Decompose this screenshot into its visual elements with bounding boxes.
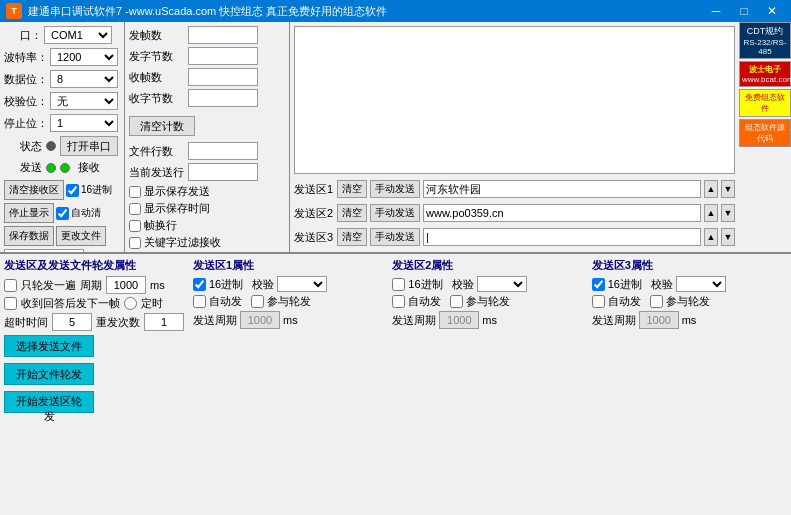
- free-ad[interactable]: 免费组态软件: [739, 89, 791, 117]
- send-row-2: 发送区2 清空 手动发送 ▲ ▼: [294, 202, 735, 224]
- maximize-button[interactable]: □: [731, 2, 757, 20]
- frame-recv-label: 收帧数: [129, 70, 184, 85]
- center-panel: 发送区1 清空 手动发送 ▲ ▼ 发送区2 清空 手动发送 ▲ ▼: [290, 22, 739, 252]
- send3-period-unit: ms: [682, 314, 697, 326]
- period-input[interactable]: [106, 276, 146, 294]
- frame-send-value[interactable]: [188, 26, 258, 44]
- send3-props-title: 发送区3属性: [592, 258, 787, 273]
- send3-clear-button[interactable]: 清空: [337, 228, 367, 246]
- send2-join-label: 参与轮发: [466, 294, 510, 309]
- timeout-input[interactable]: [52, 313, 92, 331]
- send2-auto-cb[interactable]: [392, 295, 405, 308]
- file-row-value[interactable]: [188, 142, 258, 160]
- send3-period-input[interactable]: [639, 311, 679, 329]
- send2-clear-button[interactable]: 清空: [337, 204, 367, 222]
- send2-verify-label: 校验: [452, 277, 474, 292]
- send3-join-label: 参与轮发: [666, 294, 710, 309]
- send1-clear-button[interactable]: 清空: [337, 180, 367, 198]
- send2-verify-select[interactable]: [477, 276, 527, 292]
- reply-label: 收到回答后发下一帧: [21, 296, 120, 311]
- cur-send-label: 当前发送行: [129, 165, 184, 180]
- send3-join-cb[interactable]: [650, 295, 663, 308]
- send2-label: 发送区2: [294, 206, 334, 221]
- send3-verify-select[interactable]: [676, 276, 726, 292]
- send1-auto-cb[interactable]: [193, 295, 206, 308]
- send1-scroll-down[interactable]: ▼: [721, 180, 735, 198]
- minimize-button[interactable]: ─: [703, 2, 729, 20]
- clear-recv-button[interactable]: 清空接收区: [4, 180, 64, 200]
- send3-scroll-up[interactable]: ▲: [704, 228, 718, 246]
- byte-recv-value[interactable]: [188, 89, 258, 107]
- send2-input[interactable]: [423, 204, 701, 222]
- cdt-ad[interactable]: CDT规约 RS-232/RS-485: [739, 22, 791, 59]
- open-port-button[interactable]: 打开串口: [60, 136, 118, 156]
- send2-hex-cb[interactable]: [392, 278, 405, 291]
- send1-period-input[interactable]: [240, 311, 280, 329]
- baud-select[interactable]: 1200: [50, 48, 118, 66]
- select-file-button[interactable]: 选择发送文件: [4, 335, 94, 357]
- once-cb[interactable]: [4, 279, 17, 292]
- send2-period-input[interactable]: [439, 311, 479, 329]
- parity-select[interactable]: 无: [50, 92, 118, 110]
- send2-scroll-up[interactable]: ▲: [704, 204, 718, 222]
- filter-label: 关键字过滤接收: [144, 235, 221, 250]
- send3-manual-button[interactable]: 手动发送: [370, 228, 420, 246]
- cur-send-value[interactable]: [188, 163, 258, 181]
- ads-panel: CDT规约 RS-232/RS-485 波士电子 www.bcat.com.cn…: [739, 22, 791, 252]
- period-label: 周期: [80, 278, 102, 293]
- frame-recv-value[interactable]: [188, 68, 258, 86]
- send1-join-cb[interactable]: [251, 295, 264, 308]
- source-ad[interactable]: 组态软件源代码: [739, 119, 791, 147]
- timing-radio[interactable]: [124, 297, 137, 310]
- send1-input[interactable]: [423, 180, 701, 198]
- frame-send-label: 发帧数: [129, 28, 184, 43]
- stop-select[interactable]: 1: [50, 114, 118, 132]
- port-select[interactable]: COM1: [44, 26, 112, 44]
- show-save-time-cb[interactable]: [129, 203, 141, 215]
- port-label: 口：: [4, 28, 42, 43]
- receive-textarea[interactable]: [294, 26, 735, 174]
- send3-hex-cb[interactable]: [592, 278, 605, 291]
- filter-cb[interactable]: [129, 237, 141, 249]
- title-bar: T 建通串口调试软件7 -www.uScada.com 快控组态 真正免费好用的…: [0, 0, 791, 22]
- boai-ad[interactable]: 波士电子 www.bcat.com.cn: [739, 61, 791, 87]
- stop-display-button[interactable]: 停止显示: [4, 203, 54, 223]
- send3-scroll-down[interactable]: ▼: [721, 228, 735, 246]
- send2-scroll-down[interactable]: ▼: [721, 204, 735, 222]
- start-file-button[interactable]: 开始文件轮发: [4, 363, 94, 385]
- send1-manual-button[interactable]: 手动发送: [370, 180, 420, 198]
- show-save-send-cb[interactable]: [129, 186, 141, 198]
- file-row-label: 文件行数: [129, 144, 184, 159]
- send2-join-cb[interactable]: [450, 295, 463, 308]
- status-led: [46, 141, 56, 151]
- start-rotate-button[interactable]: 开始发送区轮发: [4, 391, 94, 413]
- stop-label: 停止位：: [4, 116, 48, 131]
- frame-swap-cb[interactable]: [129, 220, 141, 232]
- send1-scroll-up[interactable]: ▲: [704, 180, 718, 198]
- reply-cb[interactable]: [4, 297, 17, 310]
- send3-input[interactable]: [423, 228, 701, 246]
- send3-auto-cb[interactable]: [592, 295, 605, 308]
- data-label: 数据位：: [4, 72, 48, 87]
- data-select[interactable]: 8: [50, 70, 118, 88]
- send1-verify-select[interactable]: [277, 276, 327, 292]
- send3-period-label: 发送周期: [592, 313, 636, 328]
- close-button[interactable]: ✕: [759, 2, 785, 20]
- send1-hex-cb[interactable]: [193, 278, 206, 291]
- timeout-label: 超时时间: [4, 315, 48, 330]
- parity-label: 校验位：: [4, 94, 48, 109]
- auto-clear-checkbox[interactable]: [56, 207, 69, 220]
- frame-swap-label: 帧换行: [144, 218, 177, 233]
- send1-label: 发送区1: [294, 182, 334, 197]
- clear-count-button[interactable]: 清空计数: [129, 116, 195, 136]
- hex-checkbox[interactable]: [66, 184, 79, 197]
- source-label: 组态软件源代码: [742, 122, 788, 144]
- save-data-button[interactable]: 保存数据: [4, 226, 54, 246]
- send1-props-panel: 发送区1属性 16进制 校验 自动发 参与轮发 发送周期 ms: [193, 258, 388, 511]
- send2-manual-button[interactable]: 手动发送: [370, 204, 420, 222]
- byte-send-value[interactable]: [188, 47, 258, 65]
- config-panel: 口： COM1 波特率： 1200 数据位： 8: [0, 22, 125, 252]
- change-file-button[interactable]: 更改文件: [56, 226, 106, 246]
- retry-input[interactable]: [144, 313, 184, 331]
- baud-label: 波特率：: [4, 50, 48, 65]
